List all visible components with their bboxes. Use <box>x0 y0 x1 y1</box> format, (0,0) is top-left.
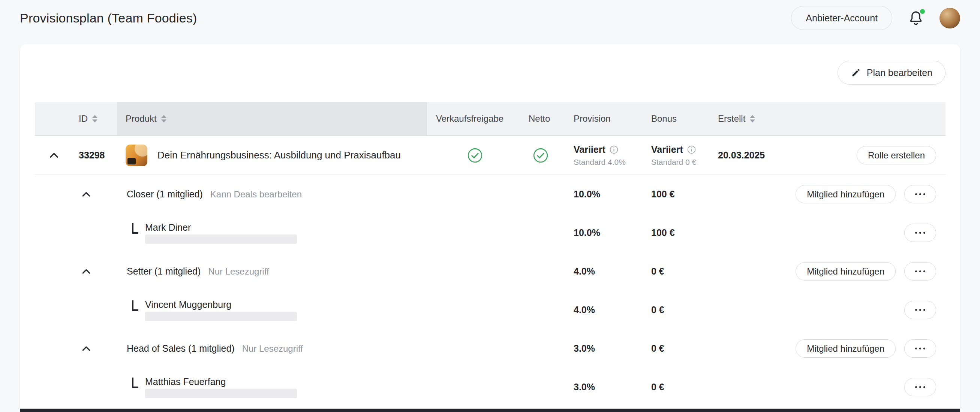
column-header-bonus: Bonus <box>640 102 707 135</box>
column-header-provision: Provision <box>563 102 640 135</box>
collapse-product-button[interactable] <box>46 147 62 163</box>
info-icon[interactable] <box>609 145 618 154</box>
role-row: Head of Sales (1 mitglied) Nur Lesezugri… <box>35 329 945 368</box>
member-email-skeleton <box>145 312 297 321</box>
role-access: Nur Lesezugriff <box>208 266 269 277</box>
edit-plan-label: Plan bearbeiten <box>867 67 932 78</box>
chevron-up-icon <box>80 343 92 355</box>
notification-status-dot <box>920 9 925 14</box>
column-header-erstellt[interactable]: Erstellt <box>707 102 793 135</box>
member-name: Vincent Muggenburg <box>145 299 297 310</box>
chevron-up-icon <box>80 266 92 277</box>
edit-plan-button[interactable]: Plan bearbeiten <box>838 61 945 85</box>
page-title: Provisionsplan (Team Foodies) <box>20 11 197 25</box>
role-provision: 10.0% <box>563 175 640 214</box>
role-bonus: 0 € <box>640 252 707 291</box>
member-bonus: 0 € <box>640 291 707 329</box>
topbar-actions: Anbieter-Account <box>791 6 960 30</box>
member-name: Mark Diner <box>145 222 297 233</box>
role-row: Closer (1 mitglied) Kann Deals bearbeite… <box>35 175 945 214</box>
more-actions-button[interactable] <box>904 185 936 203</box>
more-actions-button[interactable] <box>904 262 936 280</box>
member-bonus: 0 € <box>640 368 707 406</box>
role-access: Nur Lesezugriff <box>242 344 303 354</box>
role-title: Closer (1 mitglied) <box>127 189 203 200</box>
role-title: Head of Sales (1 mitglied) <box>127 343 235 354</box>
avatar[interactable] <box>940 8 960 29</box>
member-bonus: 100 € <box>640 214 707 252</box>
column-label-produkt: Produkt <box>126 114 157 124</box>
role-provision: 4.0% <box>563 252 640 291</box>
topbar: Provisionsplan (Team Foodies) Anbieter-A… <box>20 0 960 36</box>
product-id: 33298 <box>79 136 117 174</box>
collapse-role-button[interactable] <box>79 264 94 279</box>
member-connector-icon <box>132 300 138 311</box>
sort-icon <box>161 115 167 122</box>
commission-table: ID Produkt Verkaufsfreigabe Netto Provis… <box>35 102 945 406</box>
column-header-netto: Netto <box>519 102 563 135</box>
info-icon[interactable] <box>687 145 696 154</box>
pencil-icon <box>851 68 861 78</box>
member-row: Matthias Feuerfang 3.0% 0 € <box>35 368 945 406</box>
add-member-button[interactable]: Mitglied hinzufügen <box>795 262 896 280</box>
member-email-skeleton <box>145 235 297 244</box>
sort-icon <box>92 115 97 122</box>
column-label-verkaufsfreigabe: Verkaufsfreigabe <box>436 114 503 124</box>
sort-icon <box>750 115 755 122</box>
table-header-row: ID Produkt Verkaufsfreigabe Netto Provis… <box>35 102 945 136</box>
more-actions-button[interactable] <box>904 223 936 242</box>
product-bonus-value: Variiert <box>651 144 683 155</box>
column-label-bonus: Bonus <box>651 114 677 124</box>
member-row: Mark Diner 10.0% 100 € <box>35 214 945 252</box>
member-provision: 4.0% <box>563 291 640 329</box>
column-label-erstellt: Erstellt <box>718 114 745 124</box>
column-header-produkt[interactable]: Produkt <box>117 102 427 135</box>
role-access: Kann Deals bearbeiten <box>210 189 302 200</box>
product-provision-value: Variiert <box>574 144 606 155</box>
check-circle-icon <box>467 147 483 163</box>
product-row: 33298 Dein Ernährungsbusiness: Ausbildun… <box>35 136 945 175</box>
member-row: Vincent Muggenburg 4.0% 0 € <box>35 291 945 329</box>
account-button[interactable]: Anbieter-Account <box>791 6 892 30</box>
product-bonus-standard: Standard 0 € <box>651 158 696 167</box>
member-name: Matthias Feuerfang <box>145 376 297 387</box>
role-title: Setter (1 mitglied) <box>127 266 200 277</box>
column-header-verkaufsfreigabe: Verkaufsfreigabe <box>427 102 519 135</box>
column-label-netto: Netto <box>529 114 550 124</box>
member-connector-icon <box>132 377 138 388</box>
product-provision-standard: Standard 4.0% <box>574 158 626 167</box>
bottom-bar <box>20 409 960 412</box>
create-role-button[interactable]: Rolle erstellen <box>857 146 936 165</box>
column-label-provision: Provision <box>574 114 611 124</box>
add-member-button[interactable]: Mitglied hinzufügen <box>795 185 896 203</box>
role-bonus: 0 € <box>640 329 707 368</box>
role-bonus: 100 € <box>640 175 707 214</box>
collapse-role-button[interactable] <box>79 341 94 356</box>
more-actions-button[interactable] <box>904 378 936 396</box>
column-label-id: ID <box>79 114 88 124</box>
product-created-date: 20.03.2025 <box>707 136 793 174</box>
product-title: Dein Ernährungsbusiness: Ausbildung und … <box>158 149 401 161</box>
member-provision: 3.0% <box>563 368 640 406</box>
plan-card: Plan bearbeiten ID Produkt Verkaufsfreig… <box>20 44 960 412</box>
product-thumbnail <box>126 144 147 166</box>
chevron-up-icon <box>48 149 60 162</box>
more-actions-button[interactable] <box>904 301 936 319</box>
collapse-role-button[interactable] <box>79 187 94 202</box>
member-connector-icon <box>132 223 138 234</box>
more-actions-button[interactable] <box>904 339 936 358</box>
notifications-button[interactable] <box>907 10 924 27</box>
role-row: Setter (1 mitglied) Nur Lesezugriff 4.0%… <box>35 252 945 291</box>
account-button-label: Anbieter-Account <box>806 13 878 24</box>
add-member-button[interactable]: Mitglied hinzufügen <box>795 339 896 358</box>
column-header-id[interactable]: ID <box>79 102 117 135</box>
check-circle-icon <box>533 147 549 163</box>
member-provision: 10.0% <box>563 214 640 252</box>
member-email-skeleton <box>145 389 297 398</box>
chevron-up-icon <box>80 189 92 200</box>
role-provision: 3.0% <box>563 329 640 368</box>
